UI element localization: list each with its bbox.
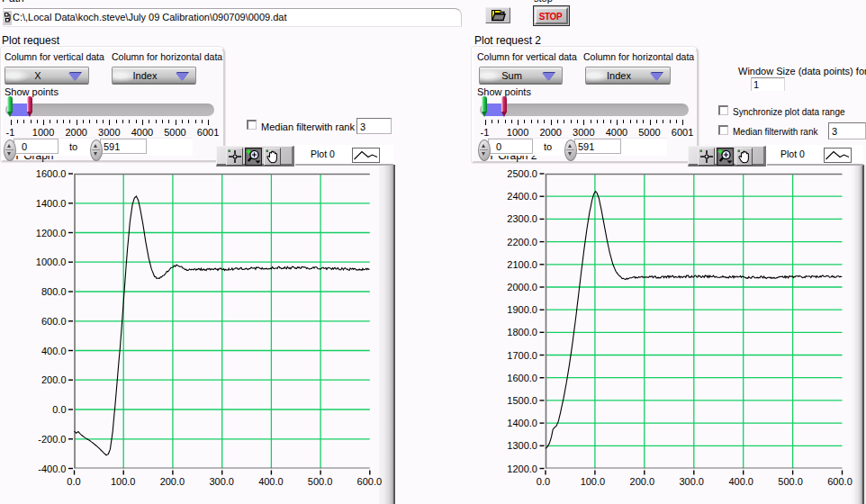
svg-text:2100.0: 2100.0 (507, 259, 537, 270)
svg-text:200.0: 200.0 (41, 374, 67, 385)
svg-text:1900.0: 1900.0 (507, 304, 537, 315)
svg-text:1800.0: 1800.0 (507, 327, 537, 338)
svg-text:1200.0: 1200.0 (507, 464, 537, 474)
svg-text:500.0: 500.0 (308, 476, 333, 487)
svg-text:400.0: 400.0 (41, 346, 67, 356)
svg-text:500.0: 500.0 (778, 476, 803, 487)
svg-text:300.0: 300.0 (679, 476, 704, 487)
svg-text:1600.0: 1600.0 (507, 373, 537, 383)
svg-text:-400.0: -400.0 (38, 464, 66, 474)
svg-text:600.0: 600.0 (827, 476, 852, 487)
svg-text:2500.0: 2500.0 (507, 168, 537, 179)
svg-text:600.0: 600.0 (41, 316, 67, 327)
svg-text:2000.0: 2000.0 (507, 282, 537, 292)
svg-text:1200.0: 1200.0 (36, 228, 67, 238)
svg-text:600.0: 600.0 (357, 476, 383, 487)
svg-text:2400.0: 2400.0 (507, 191, 537, 202)
svg-text:1600.0: 1600.0 (36, 168, 67, 179)
svg-text:1000.0: 1000.0 (36, 256, 67, 267)
svg-text:0.0: 0.0 (67, 476, 80, 487)
svg-text:0.0: 0.0 (537, 476, 550, 487)
svg-text:200.0: 200.0 (630, 476, 655, 487)
svg-text:-200.0: -200.0 (38, 434, 66, 445)
svg-text:400.0: 400.0 (728, 476, 753, 487)
svg-text:2300.0: 2300.0 (507, 213, 537, 224)
svg-text:1400.0: 1400.0 (507, 418, 537, 428)
svg-text:300.0: 300.0 (209, 476, 234, 487)
svg-text:1400.0: 1400.0 (36, 198, 67, 209)
svg-text:2200.0: 2200.0 (507, 237, 537, 248)
svg-text:100.0: 100.0 (111, 476, 136, 487)
svg-text:1300.0: 1300.0 (507, 440, 537, 451)
svg-text:1700.0: 1700.0 (507, 350, 537, 361)
svg-text:200.0: 200.0 (160, 476, 185, 487)
svg-text:800.0: 800.0 (41, 286, 67, 297)
svg-text:400.0: 400.0 (258, 476, 284, 487)
svg-text:100.0: 100.0 (581, 476, 606, 487)
svg-text:1500.0: 1500.0 (507, 395, 537, 406)
svg-text:0.0: 0.0 (52, 404, 66, 415)
